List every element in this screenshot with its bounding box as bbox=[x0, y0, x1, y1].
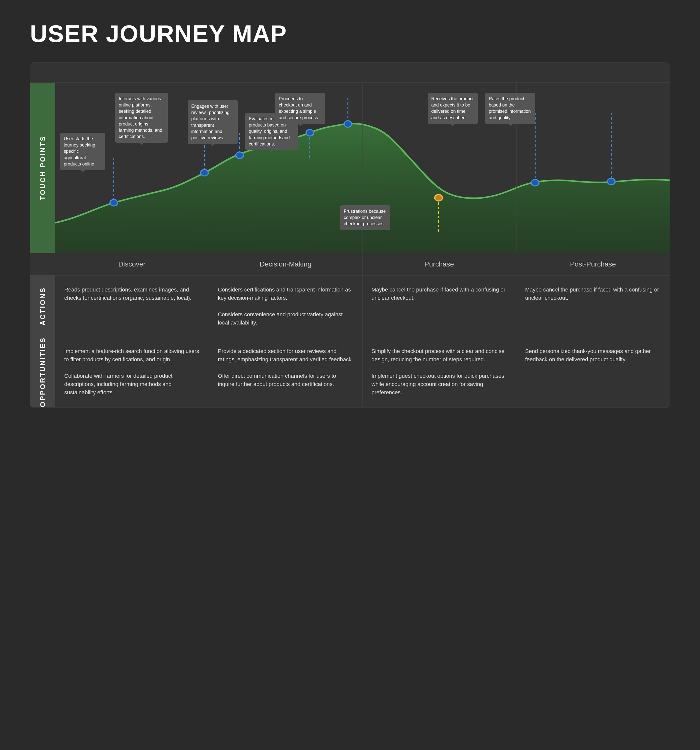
page-title: USER JOURNEY MAP bbox=[30, 20, 670, 48]
actions-cell-purchase: Maybe cancel the purchase if faced with … bbox=[363, 275, 516, 337]
page-container: USER JOURNEY MAP TOUCH POINTS bbox=[0, 0, 700, 427]
journey-map-container: TOUCH POINTS bbox=[30, 63, 670, 407]
opportunities-content: Implement a feature-rich search function… bbox=[55, 337, 670, 407]
svg-point-8 bbox=[110, 200, 117, 206]
actions-label-text: ACTIONS bbox=[39, 287, 47, 326]
tooltip-postpurchase-delivery: Receives the product and expects it to b… bbox=[428, 93, 478, 124]
opportunities-label-text: OPPORTUNITIES bbox=[39, 337, 47, 407]
actions-side-label: ACTIONS bbox=[30, 275, 55, 337]
touchpoints-label-text: TOUCH POINTS bbox=[39, 135, 47, 200]
header-side-empty bbox=[30, 63, 55, 83]
header-row bbox=[30, 63, 670, 83]
phase-labels-row: Discover Decision-Making Purchase Post-P… bbox=[30, 253, 670, 275]
actions-row: ACTIONS Reads product descriptions, exam… bbox=[30, 275, 670, 337]
header-content bbox=[55, 63, 670, 83]
opportunities-row: OPPORTUNITIES Implement a feature-rich s… bbox=[30, 337, 670, 407]
svg-point-14 bbox=[531, 180, 539, 186]
opportunities-cell-purchase: Simplify the checkout process with a cle… bbox=[363, 337, 516, 407]
tooltip-discover-platforms: Interacts with various online platforms,… bbox=[115, 93, 168, 143]
svg-point-11 bbox=[306, 129, 314, 136]
actions-cell-discover: Reads product descriptions, examines ima… bbox=[55, 275, 209, 337]
svg-point-13 bbox=[435, 195, 442, 201]
opportunities-cell-postpurchase: Send personalized thank-you messages and… bbox=[516, 337, 670, 407]
opportunities-side-label: OPPORTUNITIES bbox=[30, 337, 55, 407]
svg-point-9 bbox=[201, 169, 208, 176]
journey-curve-area: User starts the journey seeking specific… bbox=[55, 83, 670, 253]
touchpoints-section: User starts the journey seeking specific… bbox=[55, 83, 670, 253]
actions-cell-decision: Considers certifications and transparent… bbox=[209, 275, 363, 337]
actions-cell-postpurchase: Maybe cancel the purchase if faced with … bbox=[516, 275, 670, 337]
touchpoints-side-label: TOUCH POINTS bbox=[30, 83, 55, 253]
opportunities-cell-discover: Implement a feature-rich search function… bbox=[55, 337, 209, 407]
tooltip-purchase-checkout: Proceeds to checkout on and expecting a … bbox=[275, 93, 325, 124]
phase-label-side bbox=[30, 253, 55, 275]
svg-point-10 bbox=[236, 152, 243, 158]
phase-labels-content: Discover Decision-Making Purchase Post-P… bbox=[55, 253, 670, 275]
tooltip-decision-reviews: Engages with user reviews, prioritizing … bbox=[188, 100, 238, 144]
frustration-tooltip: Frustrations because complex or unclear … bbox=[340, 205, 390, 230]
tooltip-discover-start: User starts the journey seeking specific… bbox=[60, 133, 105, 170]
touchpoints-row: TOUCH POINTS bbox=[30, 83, 670, 253]
phase-label-decision: Decision-Making bbox=[209, 253, 363, 275]
phase-label-purchase: Purchase bbox=[363, 253, 516, 275]
svg-point-15 bbox=[608, 178, 615, 185]
phase-label-postpurchase: Post-Purchase bbox=[516, 253, 670, 275]
actions-content: Reads product descriptions, examines ima… bbox=[55, 275, 670, 337]
svg-point-12 bbox=[344, 121, 351, 127]
tooltip-postpurchase-rates: Rates the product based on the promised … bbox=[485, 93, 535, 124]
phase-label-discover: Discover bbox=[55, 253, 209, 275]
opportunities-cell-decision: Provide a dedicated section for user rev… bbox=[209, 337, 363, 407]
